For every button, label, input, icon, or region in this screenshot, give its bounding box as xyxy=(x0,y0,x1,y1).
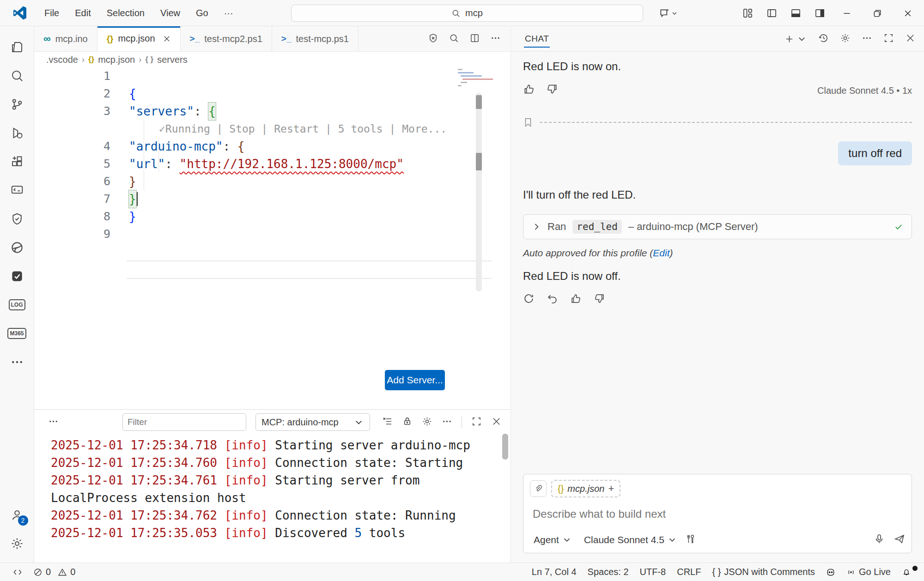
tab-mcp-json[interactable]: {} mcp.json xyxy=(97,26,181,51)
cursor-position[interactable]: Ln 7, Col 4 xyxy=(526,567,582,577)
panel-more-actions-icon[interactable] xyxy=(442,416,452,429)
source-control-icon[interactable] xyxy=(3,90,31,119)
chat-more-icon[interactable] xyxy=(862,33,872,45)
breadcrumb-file[interactable]: mcp.json xyxy=(98,54,135,65)
notifications-bell-icon[interactable] xyxy=(896,568,917,577)
explorer-icon[interactable] xyxy=(3,33,31,61)
toggle-panel-icon[interactable] xyxy=(785,4,806,23)
lock-autoscroll-icon[interactable] xyxy=(402,416,413,429)
panel-more-icon[interactable] xyxy=(48,416,59,429)
more-views-icon[interactable] xyxy=(3,348,31,376)
output-panel: MCP: arduino-mcp 2025-12-01 17:25:34.718… xyxy=(34,409,510,563)
thumbs-up-icon[interactable] xyxy=(570,293,582,307)
remote-window-icon[interactable] xyxy=(7,563,28,581)
account-icon[interactable]: 2 xyxy=(3,501,31,529)
chat-history-icon[interactable] xyxy=(818,33,829,45)
new-chat-icon[interactable] xyxy=(784,34,807,44)
mode-picker[interactable]: Agent xyxy=(530,533,576,547)
menu-selection[interactable]: Selection xyxy=(100,5,151,21)
tasks-check-icon[interactable] xyxy=(3,262,31,290)
code-editor[interactable]: 1 2{ 3 "servers": { ✓Running | Stop | Re… xyxy=(34,67,510,409)
close-panel-icon[interactable] xyxy=(491,416,502,429)
editor-scrollbar[interactable] xyxy=(476,93,482,291)
menu-edit[interactable]: Edit xyxy=(68,5,97,21)
chat-settings-gear-icon[interactable] xyxy=(840,33,851,45)
attach-context-button[interactable] xyxy=(530,480,547,497)
thumbs-down-icon[interactable] xyxy=(546,83,558,98)
workspace-trust-shield-icon[interactable] xyxy=(428,33,438,45)
retry-icon[interactable] xyxy=(523,293,535,307)
output-filter[interactable] xyxy=(122,413,246,431)
minimize-button[interactable] xyxy=(833,0,860,26)
edit-approval-link[interactable]: Edit xyxy=(653,248,669,258)
powershell-file-icon: >_ xyxy=(190,34,200,44)
tab-mcp-ino[interactable]: ∞ mcp.ino xyxy=(34,26,97,51)
copilot-chat-icon[interactable] xyxy=(659,7,678,19)
chat-input-box[interactable]: {} mcp.json + Describe what to build nex… xyxy=(523,474,912,553)
output-log[interactable]: 2025-12-01 17:25:34.718 [info] Starting … xyxy=(34,432,501,542)
voice-input-icon[interactable] xyxy=(874,533,885,547)
chat-maximize-icon[interactable] xyxy=(883,33,894,45)
chat-input-placeholder[interactable]: Describe what to build next xyxy=(533,508,903,520)
menu-go[interactable]: Go xyxy=(189,5,215,21)
output-channel-select[interactable]: MCP: arduino-mcp xyxy=(255,413,370,431)
mcp-server-codelens[interactable]: ✓Running | Stop | Restart | 5 tools | Mo… xyxy=(34,120,510,138)
log-line: 2025-12-01 17:25:34.760 [info] Connectio… xyxy=(51,454,492,472)
tab-close-icon[interactable] xyxy=(163,35,171,43)
security-shield-icon[interactable] xyxy=(3,205,31,233)
filter-input[interactable] xyxy=(128,417,241,427)
breadcrumb-folder[interactable]: .vscode xyxy=(46,54,78,65)
output-settings-gear-icon[interactable] xyxy=(422,416,432,429)
encoding[interactable]: UTF-8 xyxy=(634,567,672,577)
indentation[interactable]: Spaces: 2 xyxy=(582,567,634,577)
success-check-icon xyxy=(894,222,903,231)
customize-layout-icon[interactable] xyxy=(737,4,758,23)
add-context-icon[interactable]: + xyxy=(608,483,614,495)
chat-tab[interactable]: CHAT xyxy=(525,34,549,50)
clear-output-icon[interactable] xyxy=(382,416,393,429)
settings-gear-icon[interactable] xyxy=(3,529,31,558)
edge-browser-icon[interactable] xyxy=(3,233,31,262)
problems-status[interactable]: 0 0 xyxy=(28,563,81,581)
thumbs-up-icon[interactable] xyxy=(523,83,535,98)
menu-more[interactable]: ··· xyxy=(218,5,240,21)
breadcrumb-symbol[interactable]: servers xyxy=(157,54,188,65)
chat-close-icon[interactable] xyxy=(905,33,916,45)
add-server-button[interactable]: Add Server... xyxy=(385,370,445,390)
checkpoint-bookmark-icon[interactable] xyxy=(523,116,533,128)
toggle-primary-sidebar-icon[interactable] xyxy=(761,4,782,23)
minimap[interactable] xyxy=(458,69,494,97)
restore-button[interactable] xyxy=(864,0,891,26)
maximize-panel-icon[interactable] xyxy=(471,416,482,429)
toggle-secondary-sidebar-icon[interactable] xyxy=(809,4,830,23)
editor-more-actions-icon[interactable] xyxy=(490,33,501,45)
send-icon[interactable] xyxy=(894,533,905,547)
tool-run-row[interactable]: Ran red_led – arduino-mcp (MCP Server) xyxy=(523,214,912,239)
panel-scrollbar[interactable] xyxy=(502,434,508,460)
menu-view[interactable]: View xyxy=(154,5,187,21)
search-sidebar-icon[interactable] xyxy=(3,61,31,90)
eol-sequence[interactable]: CRLF xyxy=(671,567,706,577)
run-debug-icon[interactable] xyxy=(3,119,31,147)
extensions-icon[interactable] xyxy=(3,147,31,176)
context-chip-mcp-json[interactable]: {} mcp.json + xyxy=(551,480,620,497)
copilot-status-icon[interactable] xyxy=(821,568,841,577)
scrollbar-mark xyxy=(476,153,482,170)
find-in-file-icon[interactable] xyxy=(449,33,459,45)
tab-test-mcp-ps1[interactable]: >_ test-mcp.ps1 xyxy=(272,26,359,51)
language-mode[interactable]: { }JSON with Comments xyxy=(706,567,821,577)
split-editor-icon[interactable] xyxy=(469,33,480,45)
remote-explorer-icon[interactable] xyxy=(3,176,31,205)
undo-icon[interactable] xyxy=(547,293,558,307)
m365-icon[interactable]: M365 xyxy=(3,319,31,348)
chevron-right-icon[interactable] xyxy=(532,222,541,231)
command-center-search[interactable]: mcp xyxy=(291,5,643,22)
model-picker[interactable]: Claude Sonnet 4.5 xyxy=(580,533,681,547)
thumbs-down-icon[interactable] xyxy=(594,293,605,307)
log-icon[interactable]: LOG xyxy=(3,290,31,319)
tab-test-mcp2-ps1[interactable]: >_ test-mcp2.ps1 xyxy=(181,26,272,51)
menu-file[interactable]: File xyxy=(38,5,66,21)
close-window-button[interactable] xyxy=(894,0,921,26)
go-live-button[interactable]: Go Live xyxy=(841,567,896,577)
tools-icon[interactable] xyxy=(686,534,696,546)
